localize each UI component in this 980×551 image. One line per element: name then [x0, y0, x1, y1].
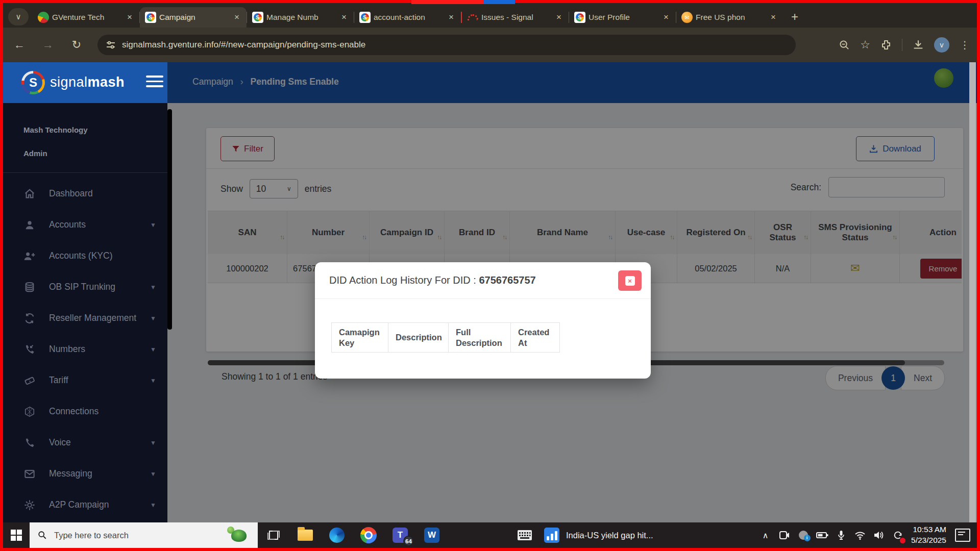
url-bar[interactable]: signalmash.gventure.info/#/new-campaign/… [97, 35, 796, 55]
edge-browser-icon[interactable] [321, 522, 353, 548]
notification-dot [900, 538, 905, 543]
modal-divider [315, 298, 651, 299]
browser-toolbar: ← → ↻ signalmash.gventure.info/#/new-cam… [3, 28, 977, 62]
sidebar-item-tariff[interactable]: Tariff▼ [3, 365, 167, 396]
tab-close-icon[interactable]: × [231, 12, 242, 23]
sidebar-item-ob-sip-trunking[interactable]: OB SIP Trunking▼ [3, 271, 167, 303]
tab-close-icon[interactable]: × [124, 12, 135, 23]
browser-tab[interactable]: GVenture Tech× [33, 7, 139, 28]
tab-close-icon[interactable]: × [446, 12, 457, 23]
sidebar-item-label: Voice [49, 437, 71, 448]
tab-close-icon[interactable]: × [660, 12, 672, 23]
info-ball-icon[interactable]: i [794, 522, 813, 548]
tab-close-icon[interactable]: × [553, 12, 565, 23]
battery-icon[interactable] [813, 522, 831, 548]
modal-close-button[interactable]: × [618, 270, 642, 291]
search-icon [38, 531, 47, 540]
page-scrollbar[interactable] [969, 62, 976, 522]
tab-title: Manage Numb [266, 13, 335, 22]
screen: ∨ GVenture Tech×SCampaign×SManage Numb×S… [0, 0, 980, 551]
hamburger-menu-icon[interactable] [146, 76, 163, 90]
orange-mail-icon: ✉ [681, 12, 693, 23]
sync-notification-icon[interactable] [888, 522, 907, 548]
browser-tab[interactable]: SManage Numb× [247, 7, 354, 28]
sidebar-item-a2p-campaign[interactable]: A2P Campaign▼ [3, 489, 167, 520]
ticket-icon [23, 374, 36, 387]
tab-close-icon[interactable]: × [338, 12, 350, 23]
phone-incoming-icon [23, 343, 36, 356]
zoom-icon[interactable] [839, 40, 850, 51]
sidebar-org-name: Mash Technology [23, 126, 167, 134]
home-icon [23, 188, 36, 200]
word-icon[interactable]: W [416, 522, 448, 548]
sidebar-item-messaging[interactable]: Messaging▼ [3, 458, 167, 489]
signalmash-icon: S [574, 12, 585, 23]
sidebar-item-label: Messaging [49, 468, 92, 479]
taskbar-search[interactable]: Type here to search [30, 522, 258, 548]
browser-tab[interactable]: SCampaign× [140, 7, 247, 28]
wifi-icon[interactable] [850, 522, 869, 548]
speaker-icon[interactable] [869, 522, 888, 548]
sidebar-item-dashboard[interactable]: Dashboard [3, 178, 167, 209]
browser-profile-avatar[interactable]: v [934, 37, 949, 53]
gventure-icon [38, 12, 49, 23]
reload-button[interactable]: ↻ [66, 35, 87, 55]
action-center-icon[interactable] [953, 522, 977, 548]
news-widget-icon[interactable] [541, 522, 563, 548]
browser-tab[interactable]: SUser Profile× [569, 7, 676, 28]
teams-badge: 64 [403, 536, 414, 546]
back-button[interactable]: ← [9, 35, 30, 55]
tab-title: Free US phon [696, 13, 765, 22]
browser-tab[interactable]: Issues - Signal× [462, 7, 569, 28]
tray-expand-chevron-icon[interactable]: ∧ [756, 522, 775, 548]
modal-column-created-at: Created At [511, 323, 560, 352]
caret-down-icon: ▼ [150, 377, 156, 384]
tab-title: GVenture Tech [52, 13, 121, 22]
start-button[interactable] [3, 522, 30, 548]
microphone-icon[interactable] [831, 522, 850, 548]
task-view-button[interactable] [258, 522, 289, 548]
sidebar-item-label: Dashboard [49, 188, 93, 199]
windows-taskbar: Type here to search T 64 W India-US yiel… [3, 522, 977, 548]
bookmark-star-icon[interactable]: ☆ [860, 38, 870, 52]
tab-close-icon[interactable]: × [768, 12, 779, 23]
sync-icon [23, 312, 36, 324]
sidebar-item-numbers[interactable]: Numbers▼ [3, 334, 167, 365]
menu-kebab-icon[interactable]: ⋮ [960, 39, 970, 51]
modal-column-description: Description [388, 323, 449, 352]
did-action-log-modal: DID Action Log History For DID : 6756765… [315, 262, 651, 379]
file-explorer-icon[interactable] [289, 522, 321, 548]
browser-tab[interactable]: Saccount-action× [354, 7, 461, 28]
red-arc-icon [467, 12, 478, 23]
signalmash-icon: S [359, 12, 371, 23]
tab-search-chevron-icon[interactable]: ∨ [8, 8, 29, 26]
signalmash-icon: S [145, 12, 156, 23]
news-headline[interactable]: India-US yield gap hit... [566, 531, 653, 540]
new-tab-button[interactable]: + [787, 9, 802, 24]
teams-icon[interactable]: T 64 [384, 522, 416, 548]
turtle-image[interactable] [227, 527, 250, 544]
sidebar-item-connections[interactable]: Connections [3, 396, 167, 427]
signalmash-icon: S [252, 12, 263, 23]
meet-now-icon[interactable] [775, 522, 794, 548]
touch-keyboard-icon[interactable] [509, 522, 541, 548]
downloads-icon[interactable] [913, 39, 924, 51]
modal-did-number: 6756765757 [479, 274, 535, 286]
sidebar-item-reseller-management[interactable]: Reseller Management▼ [3, 303, 167, 334]
sidebar-item-label: Connections [49, 406, 99, 417]
modal-column-full-description: Full Description [449, 323, 511, 352]
chrome-icon[interactable] [353, 522, 384, 548]
sidebar-item-accounts[interactable]: Accounts▼ [3, 209, 167, 240]
caret-down-icon: ▼ [150, 221, 156, 229]
extensions-icon[interactable] [880, 39, 892, 51]
forward-button[interactable]: → [38, 35, 58, 55]
browser-tab[interactable]: ✉Free US phon× [676, 7, 783, 28]
sidebar-item-accounts-kyc-[interactable]: Accounts (KYC) [3, 240, 167, 271]
site-info-icon[interactable] [106, 40, 116, 50]
signalmash-logo-icon: S [21, 71, 45, 94]
sidebar-item-label: Tariff [49, 375, 68, 386]
sidebar-item-voice[interactable]: Voice▼ [3, 427, 167, 458]
phone-icon [23, 437, 36, 449]
taskbar-clock[interactable]: 10:53 AM 5/23/2025 [911, 524, 946, 546]
caret-down-icon: ▼ [150, 439, 156, 446]
